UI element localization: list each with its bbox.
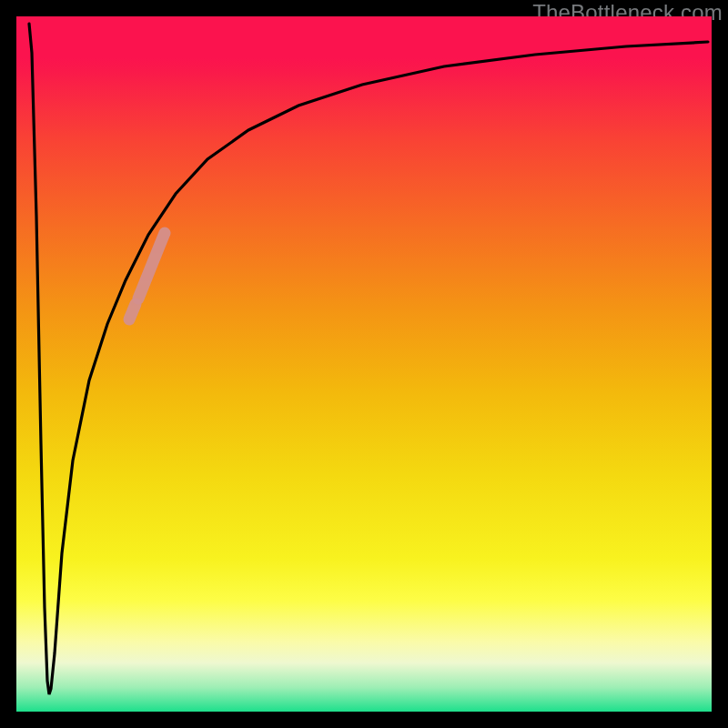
chart-frame: TheBottleneck.com [0,0,728,728]
curve-highlight-dot [129,304,136,319]
bottleneck-curve [16,16,712,712]
curve-main [29,24,708,694]
curve-highlight-segment [138,233,165,298]
plot-area [16,16,712,712]
